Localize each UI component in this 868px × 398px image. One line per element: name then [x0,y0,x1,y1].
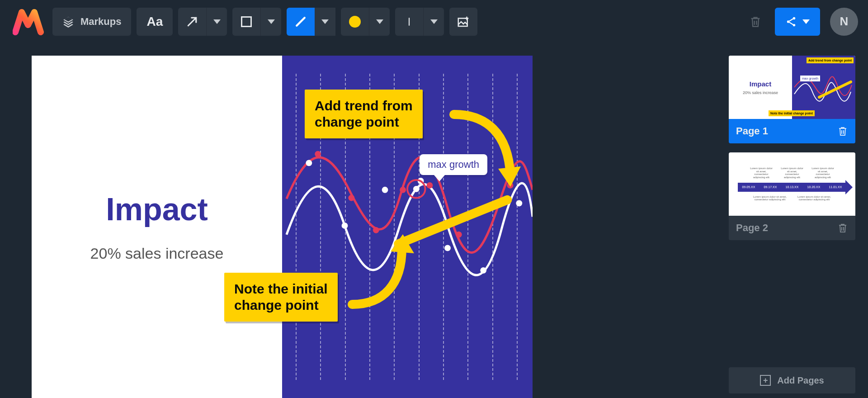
svg-rect-0 [242,17,251,26]
color-picker-dropdown[interactable] [369,8,390,36]
pen-icon [294,15,307,28]
annotation-text: change point [315,114,399,129]
svg-point-10 [480,267,486,274]
annotation-text: Add trend from [315,98,413,113]
svg-point-20 [413,186,420,192]
pen-tool[interactable] [287,8,335,36]
markups-toggle[interactable]: Markups [52,8,131,36]
toolbar: Markups Aa [0,0,868,43]
chevron-down-icon [430,19,438,24]
slide-left-panel: Impact 20% sales increase [32,56,282,398]
line-weight-tool[interactable] [395,8,444,36]
page-thumb-1[interactable]: Impact 20% sales increase Add trend from… [729,56,855,143]
arrow-tool-dropdown[interactable] [206,8,227,36]
svg-point-12 [315,151,321,157]
layers-icon [62,16,74,28]
annotation-arrow-top[interactable] [449,110,522,194]
pen-tool-dropdown[interactable] [315,8,335,36]
line-weight-main[interactable] [395,8,423,36]
thumb-sticky: Note the initial change point [769,110,815,116]
thumb-chart-icon [792,56,855,119]
annotation-top[interactable]: Add trend from change point [305,90,423,138]
slide-page-1[interactable]: Impact 20% sales increase [32,56,533,398]
chevron-down-icon [802,19,810,24]
svg-point-7 [382,187,388,193]
timeline-date: 09.05.XX [738,185,760,189]
lorem-text: Lorem ipsum dolor sit amet, consectetur … [796,195,832,201]
workspace: Impact 20% sales increase [0,43,868,398]
annotation-text: change point [234,298,319,313]
chevron-down-icon [321,19,329,24]
user-avatar[interactable]: N [830,8,858,36]
arrow-tool-main[interactable] [178,8,206,36]
slide-chart-panel: max growth Add trend from change point [282,56,533,398]
chevron-down-icon [376,19,383,24]
annotation-text: Note the initial [234,281,328,296]
add-image-icon [457,15,470,28]
page-thumb-2[interactable]: Lorem ipsum dolor sit amet, consectetur … [729,152,855,240]
share-icon [785,16,797,28]
svg-point-14 [373,227,379,233]
shape-tool-dropdown[interactable] [260,8,281,36]
delete-page-2[interactable] [837,223,848,233]
app-logo[interactable] [10,3,47,40]
timeline-date: 09.17.XX [760,185,781,189]
canvas[interactable]: Impact 20% sales increase [32,56,716,398]
svg-point-15 [400,187,406,193]
text-icon: Aa [146,14,163,29]
arrow-icon [185,15,199,28]
delete-tool[interactable] [741,8,769,36]
page-thumb-2-footer: Page 2 [729,216,855,240]
arrow-tool[interactable] [178,8,227,36]
color-picker-main[interactable] [341,8,369,36]
page-label: Page 1 [736,125,768,137]
line-weight-icon [403,16,415,28]
slide-title: Impact [106,191,208,227]
thumb-title: Impact [750,80,771,88]
timeline-arrow: 09.05.XX 09.17.XX 10.13.XX 10.20.XX 11.0… [738,183,846,192]
share-button[interactable] [775,8,820,36]
svg-point-13 [348,195,354,201]
page-thumb-1-preview: Impact 20% sales increase Add trend from… [729,56,855,119]
markups-label: Markups [80,16,121,28]
chevron-down-icon [213,19,221,24]
line-weight-dropdown[interactable] [423,8,444,36]
shape-tool-main[interactable] [232,8,260,36]
delete-page-1[interactable] [837,126,848,137]
text-tool[interactable]: Aa [137,8,173,36]
lorem-text: Lorem ipsum dolor sit amet, consectetur … [750,167,773,179]
lorem-text: Lorem ipsum dolor sit amet, consectetur … [811,167,834,179]
shape-tool[interactable] [232,8,281,36]
page-label: Page 2 [736,222,768,234]
pages-panel: Impact 20% sales increase Add trend from… [729,56,855,398]
avatar-initial: N [840,14,849,28]
thumb-callout: max growth [800,76,820,81]
timeline-date: 11.01.XX [825,185,846,189]
svg-point-17 [456,232,462,238]
add-pages-button[interactable]: + Add Pages [729,367,855,393]
page-thumb-1-footer: Page 1 [729,119,855,143]
lorem-text: Lorem ipsum dolor sit amet, consectetur … [752,195,788,201]
page-thumb-2-preview: Lorem ipsum dolor sit amet, consectetur … [729,152,855,216]
plus-icon: + [760,375,771,386]
timeline-date: 10.20.XX [803,185,825,189]
svg-point-6 [342,223,348,229]
lorem-text: Lorem ipsum dolor sit amet, consectetur … [781,167,803,179]
thumb-subtitle: 20% sales increase [743,90,778,95]
pen-tool-main[interactable] [287,8,315,36]
svg-point-11 [516,200,522,207]
svg-point-16 [427,182,433,189]
color-swatch-icon [349,16,361,28]
svg-rect-1 [458,18,467,26]
rectangle-icon [240,15,253,28]
chevron-down-icon [268,19,275,24]
annotation-bottom[interactable]: Note the initial change point [224,273,338,322]
svg-point-5 [306,160,312,166]
annotation-arrow-bottom[interactable] [348,234,415,311]
svg-point-9 [444,245,451,251]
timeline-date: 10.13.XX [781,185,803,189]
color-picker[interactable] [341,8,390,36]
add-image-tool[interactable] [449,8,477,36]
trash-icon [749,15,762,28]
slide-subtitle: 20% sales increase [90,245,224,262]
